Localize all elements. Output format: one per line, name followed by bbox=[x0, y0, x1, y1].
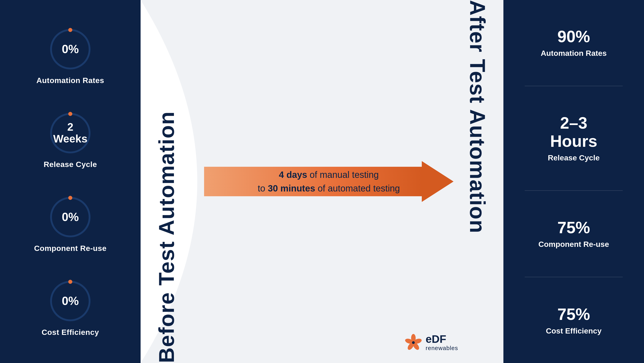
circle-dot bbox=[68, 28, 72, 32]
circle-dot-3 bbox=[68, 196, 72, 200]
edf-company-name: eDF bbox=[426, 334, 458, 345]
release-cycle-before-value: 2Weeks bbox=[53, 121, 87, 145]
release-cycle-after-metric: 2–3Hours Release Cycle bbox=[548, 114, 600, 162]
cost-efficiency-after-label: Cost Efficiency bbox=[546, 326, 602, 335]
automation-rates-after-label: Automation Rates bbox=[541, 49, 607, 58]
automation-rates-before-circle: 0% bbox=[48, 27, 93, 72]
edf-logo: eDF renewables bbox=[404, 333, 458, 352]
automation-rates-before-label: Automation Rates bbox=[36, 76, 104, 85]
arrow-text: 4 days of manual testing to 30 minutes o… bbox=[258, 168, 400, 195]
divider-3 bbox=[525, 277, 623, 277]
circle-dot-2 bbox=[68, 112, 72, 116]
edf-renewables-icon bbox=[404, 333, 422, 352]
divider-2 bbox=[525, 190, 623, 191]
component-reuse-after-label: Component Re-use bbox=[538, 240, 609, 249]
divider-1 bbox=[525, 86, 623, 86]
release-cycle-before-circle: 2Weeks bbox=[48, 111, 93, 156]
component-reuse-after-metric: 75% Component Re-use bbox=[538, 219, 609, 249]
arrow-container: 4 days of manual testing to 30 minutes o… bbox=[140, 161, 504, 202]
cost-efficiency-before-label: Cost Efficiency bbox=[42, 328, 99, 337]
cost-efficiency-after-value: 75% bbox=[558, 305, 590, 323]
component-reuse-before-metric: 0% Component Re-use bbox=[34, 194, 106, 253]
component-reuse-after-value: 75% bbox=[558, 219, 590, 237]
cost-efficiency-after-metric: 75% Cost Efficiency bbox=[546, 305, 602, 335]
right-panel: 90% Automation Rates 2–3Hours Release Cy… bbox=[504, 0, 644, 363]
release-cycle-after-value: 2–3Hours bbox=[550, 114, 597, 150]
arrow-text-bold-2: 30 minutes bbox=[268, 183, 315, 193]
arrow-text-bold-1: 4 days bbox=[279, 170, 307, 180]
automation-rates-before-value: 0% bbox=[62, 43, 79, 56]
circle-dot-4 bbox=[68, 280, 72, 284]
edf-text: eDF renewables bbox=[426, 334, 458, 352]
arrow-text-regular-1: of manual testing bbox=[307, 170, 379, 180]
arrow-text-end: of automated testing bbox=[315, 183, 400, 193]
svg-point-9 bbox=[412, 341, 415, 344]
arrow-shape: 4 days of manual testing to 30 minutes o… bbox=[204, 161, 454, 202]
automation-rates-after-metric: 90% Automation Rates bbox=[541, 28, 607, 58]
component-reuse-before-value: 0% bbox=[62, 211, 79, 223]
center-panel: Before Test Automation After Test Automa… bbox=[140, 0, 504, 363]
left-panel: 0% Automation Rates 2Weeks Release Cycle… bbox=[0, 0, 140, 363]
release-cycle-before-metric: 2Weeks Release Cycle bbox=[44, 111, 97, 169]
automation-rates-before-metric: 0% Automation Rates bbox=[36, 27, 104, 85]
cost-efficiency-before-value: 0% bbox=[62, 294, 79, 307]
cost-efficiency-before-circle: 0% bbox=[48, 278, 93, 324]
component-reuse-before-label: Component Re-use bbox=[34, 244, 106, 253]
arrow-text-regular-2: to bbox=[258, 183, 268, 193]
component-reuse-before-circle: 0% bbox=[48, 194, 93, 240]
cost-efficiency-before-metric: 0% Cost Efficiency bbox=[42, 278, 99, 337]
release-cycle-after-label: Release Cycle bbox=[548, 153, 600, 162]
arrow-head bbox=[422, 161, 454, 202]
edf-company-sub: renewables bbox=[426, 345, 458, 352]
release-cycle-before-label: Release Cycle bbox=[44, 160, 97, 169]
automation-rates-after-value: 90% bbox=[558, 28, 590, 46]
